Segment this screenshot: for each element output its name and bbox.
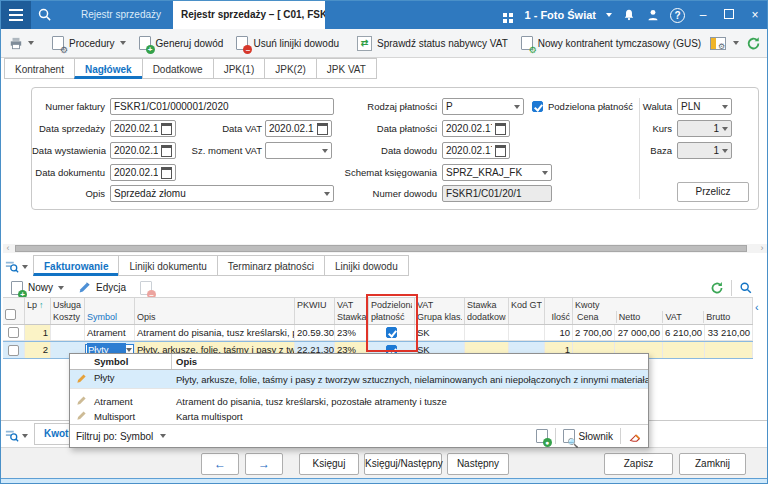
data-dokumentu-field[interactable]: 2020.02.17 <box>110 164 176 181</box>
minimize-button[interactable]: – <box>695 1 711 29</box>
przelicz-button[interactable]: Przelicz <box>677 182 749 202</box>
calendar-icon[interactable] <box>495 123 506 135</box>
close-button[interactable]: × <box>747 1 763 29</box>
delete-row-button[interactable]: – <box>136 277 156 299</box>
numer-faktury-field[interactable] <box>110 98 334 115</box>
notifications-bell-icon[interactable] <box>622 8 636 22</box>
zapisz-button[interactable]: Zapisz <box>604 453 673 475</box>
grid-zoom-search-icon[interactable] <box>739 281 753 295</box>
slownik-button[interactable]: 🔍 Słownik <box>563 429 613 443</box>
column-header-opis[interactable]: Opis <box>135 298 295 324</box>
column-header-symbol[interactable]: Symbol <box>85 298 135 324</box>
refresh-icon[interactable] <box>746 36 761 51</box>
lookup-item-selected[interactable]: Płyty Płyty, arkusze, folie, taśmy i pas… <box>70 370 648 389</box>
column-header-stawka-dodatkowa[interactable]: Stawkadodatkowa <box>465 298 509 324</box>
maximize-button[interactable] <box>721 1 737 29</box>
lookup-header-symbol[interactable]: Symbol <box>92 354 172 369</box>
hamburger-menu-button[interactable] <box>1 1 31 29</box>
symbol-editor-chevron-icon[interactable] <box>126 348 132 352</box>
calendar-icon[interactable] <box>161 145 172 157</box>
select-all-checkbox[interactable] <box>5 309 16 320</box>
window-tab-background[interactable]: Rejestr sprzedaży <box>71 1 171 29</box>
column-header-lp[interactable]: Lp↑ <box>25 298 51 324</box>
generuj-dowod-button[interactable]: + Generuj dowód <box>135 32 228 54</box>
tab-jpk2[interactable]: JPK(2) <box>264 58 317 79</box>
table-row[interactable]: 1 Atrament Atrament do pisania, tusz kre… <box>3 325 753 341</box>
column-header-ilosc[interactable]: Ilość <box>545 298 573 324</box>
data-sprzedazy-field[interactable]: 2020.02.17 <box>110 120 176 137</box>
opis-dropdown[interactable]: Sprzedaż złomu <box>110 185 334 202</box>
sprawdz-status-button[interactable]: ⇄ Sprawdź status nabywcy VAT <box>353 32 512 54</box>
view-selector-icon[interactable] <box>3 260 30 276</box>
lookup-item[interactable]: Atrament Atrament do pisania, tusz kreśl… <box>70 394 648 409</box>
user-account-icon[interactable] <box>646 8 660 22</box>
scrollbar-thumb[interactable] <box>15 245 747 252</box>
tab-linijki-dowodu[interactable]: Linijki dowodu <box>324 255 409 276</box>
print-button[interactable] <box>5 32 38 54</box>
column-header-kod-gtu[interactable]: Kod GTU <box>509 298 545 324</box>
scroll-right-icon[interactable]: › <box>757 244 767 253</box>
calendar-icon[interactable] <box>495 145 506 157</box>
view-selector-icon[interactable] <box>3 429 30 445</box>
column-header-podzielona-platnosc[interactable]: Podzielonapłatność <box>369 298 415 324</box>
next-record-button[interactable]: → <box>245 453 283 475</box>
nastepny-button[interactable]: Następny <box>447 453 509 475</box>
rodzaj-platnosci-dropdown[interactable]: P <box>442 98 524 115</box>
ksieguj-nastepny-button[interactable]: Księguj/Następny <box>364 453 442 475</box>
filter-by-label[interactable]: Filtruj po: Symbol <box>76 431 153 442</box>
column-header-vat-grupa[interactable]: VATGrupa klas. <box>415 298 465 324</box>
column-header-brutto[interactable]: Brutto <box>703 311 750 323</box>
app-grid-icon[interactable] <box>503 13 507 17</box>
window-tab-active[interactable]: Rejestr sprzedaży – [ C01, FSKR1, <box>173 1 325 29</box>
calendar-icon[interactable] <box>161 167 172 179</box>
scroll-left-icon[interactable]: ‹ <box>3 244 13 253</box>
row-select-checkbox[interactable] <box>8 327 19 338</box>
data-platnosci-field[interactable]: 2020.02.17 <box>442 120 510 137</box>
column-header-cena[interactable]: Cena <box>575 311 616 323</box>
lookup-header-opis[interactable]: Opis <box>172 354 648 369</box>
lookup-item[interactable]: Multisport Karta multisport <box>70 409 648 424</box>
usun-linijki-button[interactable]: – Usuń linijki dowodu <box>232 32 343 54</box>
data-vat-field[interactable]: 2020.02.17 <box>265 120 332 137</box>
eraser-icon[interactable] <box>628 430 642 443</box>
view-settings-icon[interactable]: ⚙ <box>710 37 726 50</box>
column-header-vat-stawka[interactable]: VATStawka <box>335 298 369 324</box>
ksieguj-button[interactable]: Księguj <box>299 453 359 475</box>
workspace-name[interactable]: 1 - Foto Świat <box>525 9 597 21</box>
sz-moment-vat-dropdown[interactable] <box>265 142 332 159</box>
kurs-field[interactable]: 1 <box>677 120 732 137</box>
row-select-checkbox[interactable] <box>8 345 19 356</box>
search-icon[interactable] <box>37 7 52 22</box>
calendar-icon[interactable] <box>161 123 172 135</box>
edycja-button[interactable]: Edycja <box>74 277 130 299</box>
previous-record-button[interactable]: ← <box>201 453 239 475</box>
tab-fakturowanie[interactable]: Fakturowanie <box>33 255 119 276</box>
column-header-netto[interactable]: Netto <box>616 311 663 323</box>
tab-linijki-dokumentu[interactable]: Linijki dokumentu <box>118 255 217 276</box>
collapse-panel-icon[interactable]: ‹ <box>755 301 759 313</box>
column-header-pkwiu[interactable]: PKWIU <box>295 298 335 324</box>
tab-jpkvat[interactable]: JPK VAT <box>316 58 377 79</box>
podzielona-platnosc-checkbox[interactable] <box>532 101 543 112</box>
chevron-down-icon[interactable] <box>22 434 28 438</box>
baza-field[interactable]: 1 <box>677 142 732 159</box>
column-header-usluga-koszty[interactable]: UsługaKoszty <box>51 298 85 324</box>
waluta-dropdown[interactable]: PLN <box>677 98 732 115</box>
nowy-kontrahent-button[interactable]: ⚙ Nowy kontrahent tymczasowy (GUS) <box>517 32 705 54</box>
schemat-ksiegowania-dropdown[interactable]: SPRZ_KRAJ_FK <box>442 164 552 181</box>
tab-terminarz-platnosci[interactable]: Terminarz płatności <box>217 255 325 276</box>
podzielona-cell-checkbox[interactable] <box>386 327 397 338</box>
chevron-down-icon[interactable] <box>22 265 28 269</box>
grid-refresh-icon[interactable] <box>710 281 724 295</box>
tab-jpk1[interactable]: JPK(1) <box>213 58 266 79</box>
zamknij-button[interactable]: Zamknij <box>679 453 746 475</box>
tab-naglowek[interactable]: Nagłówek <box>74 58 143 79</box>
tab-kontrahent[interactable]: Kontrahent <box>4 58 75 79</box>
workspace-chevron-icon[interactable] <box>606 13 612 17</box>
data-dowodu-field[interactable]: 2020.02.17 <box>442 142 510 159</box>
help-icon[interactable]: ? <box>670 8 685 23</box>
add-entry-icon[interactable]: ● <box>536 429 548 443</box>
select-all-header[interactable] <box>3 298 25 324</box>
tab-dodatkowe[interactable]: Dodatkowe <box>142 58 214 79</box>
numer-faktury-input[interactable] <box>114 101 330 112</box>
